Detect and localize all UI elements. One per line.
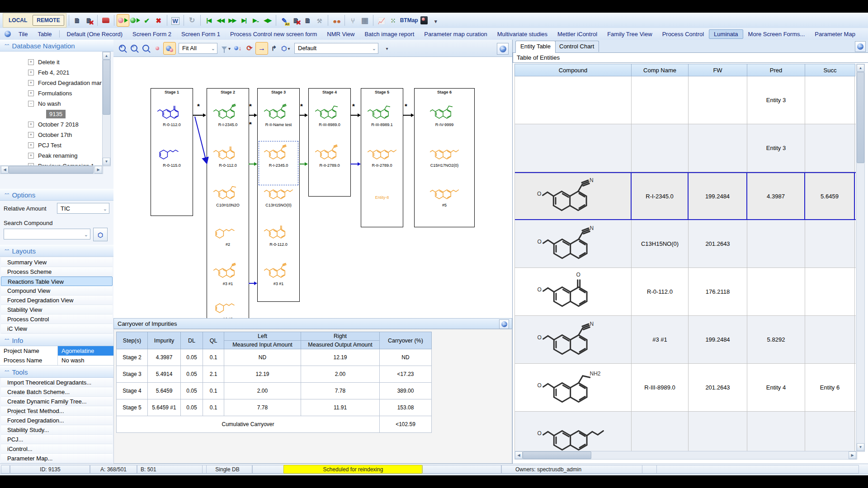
tool-icontrol[interactable]: iControl... — [1, 444, 113, 454]
tab-control-chart[interactable]: Control Chart — [554, 41, 599, 52]
relative-amount-select[interactable]: TIC — [57, 203, 109, 214]
database-navigation-header[interactable]: Database Navigation — [0, 40, 113, 52]
entity-row[interactable]: Entity 3 — [515, 76, 856, 124]
tool-forced-degradation[interactable]: Forced Degradation... — [1, 416, 113, 425]
tree-hscroll-thumb[interactable] — [9, 166, 94, 174]
col-dl[interactable]: DL — [181, 332, 203, 349]
panel-app-icon[interactable] — [499, 319, 509, 329]
layouts-header[interactable]: Layouts — [0, 245, 113, 257]
tool-project-test-method[interactable]: Project Test Method... — [1, 406, 113, 416]
chart-search-icon[interactable] — [376, 14, 387, 26]
app-badge-icon[interactable] — [418, 14, 430, 26]
tree-item[interactable]: +October 7 2018 — [0, 119, 102, 129]
tree-expander-icon[interactable]: + — [28, 122, 34, 127]
small-node-icon[interactable] — [151, 42, 163, 54]
scroll-right-icon[interactable]: ▶ — [94, 166, 102, 174]
tree-expander-icon[interactable]: + — [28, 80, 34, 86]
carryover-row[interactable]: Stage 45.64590.050.12.007.78389.00 — [117, 383, 432, 399]
scheme-compound[interactable]: R-0-115.0 — [151, 143, 193, 168]
tree-item[interactable]: +Forced Degradation mar — [0, 78, 102, 88]
options-header[interactable]: Options — [0, 189, 113, 201]
zoom-in-icon[interactable]: + — [116, 42, 128, 54]
menu-process-control-new-screen-form[interactable]: Process Control new screen form — [225, 29, 322, 39]
tree-expander-icon[interactable]: + — [28, 70, 34, 75]
new-record-icon[interactable] — [71, 14, 83, 26]
run-icon[interactable] — [129, 14, 141, 26]
menu-tile[interactable]: Tile — [14, 29, 33, 39]
scheme-compound[interactable]: #4 #1 — [207, 297, 249, 318]
layout-forced-degradation-view[interactable]: Forced Degradation View — [1, 296, 113, 305]
scroll-up-icon[interactable]: ▲ — [857, 64, 864, 72]
show-structures-toggle-icon[interactable] — [163, 42, 176, 55]
delete-document-icon[interactable] — [290, 14, 302, 26]
col-carryover[interactable]: Carryover (%) — [380, 332, 432, 349]
layout-compound-view[interactable]: Compound View — [1, 286, 113, 296]
layout-ic-view[interactable]: iC View — [1, 324, 113, 333]
layout-reactions-table-view[interactable]: Reactions Table View — [1, 277, 113, 286]
tool-parameter-map[interactable]: Parameter Map... — [1, 454, 113, 463]
btmap-label[interactable]: BTMap — [400, 17, 418, 23]
col-right-group[interactable]: Right — [301, 332, 380, 341]
carryover-row[interactable]: Stage 24.39870.050.1ND12.19ND — [117, 349, 432, 366]
menu-table[interactable]: Table — [33, 29, 57, 39]
col-measured-input[interactable]: Measured Input Amount — [224, 341, 301, 349]
tool-import-theoretical-degradants[interactable]: Import Theoretical Degradants... — [1, 378, 113, 387]
reaction-nodes-icon[interactable]: ↓ — [232, 42, 244, 54]
entity-row[interactable]: Entity 3 — [515, 124, 856, 172]
col-impurity[interactable]: Impurity — [148, 332, 181, 349]
menu-screen-form-2[interactable]: Screen Form 2 — [127, 29, 176, 39]
menu-screen-form-1[interactable]: Screen Form 1 — [176, 29, 225, 39]
collapse-chevron-icon[interactable] — [4, 43, 8, 48]
col-fw[interactable]: FW — [689, 64, 747, 76]
tree-item[interactable]: +Formulations — [0, 88, 102, 98]
menu-family-tree-view[interactable]: Family Tree View — [602, 29, 657, 39]
carryover-row[interactable]: Stage 35.49140.052.112.192.00<17.23 — [117, 366, 432, 383]
scheme-compound[interactable]: R-0-112.0 — [258, 222, 299, 247]
local-button[interactable]: LOCAL — [5, 15, 31, 25]
menu-process-control[interactable]: Process Control — [657, 29, 709, 39]
scheme-compound[interactable]: R-II-2789.0 — [361, 143, 403, 168]
entity-row-selected[interactable]: N O R-I-2345.0 199.2484 4.3987 5.6459 — [515, 172, 856, 220]
panel-app-icon[interactable] — [497, 43, 509, 55]
reaction-scheme-canvas[interactable]: Stage 1 R-0-112.0 R-0-115.0 Stage 2 R-I-… — [113, 57, 512, 318]
record-mode-icon[interactable] — [117, 14, 129, 27]
open-database-icon[interactable] — [100, 14, 112, 26]
tree-item[interactable]: +PCJ Test — [0, 140, 102, 150]
menu-nmr-view[interactable]: NMR View — [322, 29, 359, 39]
menu-multivariate-studies[interactable]: Multivariate studies — [492, 29, 552, 39]
step-arrow-icon[interactable] — [268, 42, 280, 54]
project-name-value[interactable]: Agomelatine — [58, 346, 113, 356]
menu-parameter-map[interactable]: Parameter Map — [810, 29, 860, 39]
filter-icon[interactable] — [220, 42, 232, 54]
search-compound-input[interactable] — [7, 230, 77, 238]
nav-last-icon[interactable] — [238, 14, 250, 26]
tree-item-selected[interactable]: 9135 — [0, 109, 102, 119]
scroll-down-icon[interactable]: ▼ — [103, 158, 110, 165]
tree-expander-icon[interactable]: + — [28, 132, 34, 138]
scroll-left-icon[interactable]: ◀ — [515, 451, 523, 459]
tree-item[interactable]: -No wash — [0, 99, 102, 108]
cancel-x-icon[interactable] — [153, 14, 165, 26]
tree-expander-icon[interactable]: + — [28, 90, 34, 96]
fit-select[interactable]: Fit All — [179, 43, 217, 54]
remote-button[interactable]: REMOTE — [33, 15, 64, 26]
tree-expander-icon[interactable]: + — [28, 153, 34, 159]
scroll-left-icon[interactable]: ◀ — [1, 166, 9, 174]
entity-hscroll-thumb[interactable] — [523, 451, 591, 459]
scheme-compound[interactable]: C15H17NO2(0) — [415, 143, 474, 168]
structure-search-button[interactable] — [93, 228, 108, 241]
tree-expander-icon[interactable]: - — [28, 101, 34, 107]
copy-annotated-icon[interactable] — [302, 14, 314, 26]
scheme-compound[interactable]: #3 #1 — [207, 262, 249, 286]
tool-create-dynamic-family-tree[interactable]: Create Dynamic Family Tree... — [1, 397, 113, 406]
refresh-icon[interactable] — [186, 14, 198, 26]
info-header[interactable]: Info — [0, 334, 113, 346]
carryover-row[interactable]: Stage 55.6459 #10.050.17.7811.91153.08 — [117, 399, 432, 416]
scroll-down-icon[interactable]: ▼ — [857, 443, 864, 451]
menu-luminata[interactable]: Luminata — [709, 29, 743, 39]
collapse-chevron-icon[interactable] — [4, 249, 8, 253]
users-icon[interactable] — [330, 14, 342, 26]
tab-entity-table[interactable]: Entity Table — [515, 41, 556, 53]
scheme-compound[interactable]: R-III-8989.0 — [309, 103, 350, 127]
scroll-up-icon[interactable]: ▲ — [103, 52, 110, 60]
